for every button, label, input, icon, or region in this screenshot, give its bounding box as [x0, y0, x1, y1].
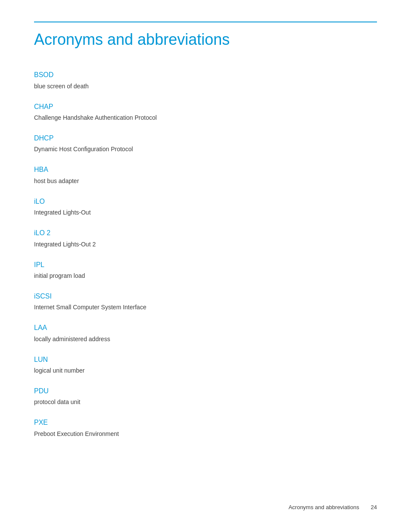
list-item: IPLinitial program load — [34, 260, 377, 280]
acronym-term: iLO — [34, 197, 377, 206]
acronym-term: BSOD — [34, 70, 377, 80]
list-item: LAAlocally administered address — [34, 323, 377, 343]
acronym-term: iSCSI — [34, 292, 377, 301]
list-item: iLOIntegrated Lights-Out — [34, 197, 377, 217]
page-container: Acronyms and abbreviations BSODblue scre… — [0, 0, 411, 532]
acronym-definition: Preboot Execution Environment — [34, 429, 377, 439]
acronym-list: BSODblue screen of deathCHAPChallenge Ha… — [34, 70, 377, 450]
list-item: PXEPreboot Execution Environment — [34, 418, 377, 438]
footer-page-number: 24 — [371, 504, 377, 510]
acronym-term: DHCP — [34, 134, 377, 143]
list-item: iLO 2Integrated Lights-Out 2 — [34, 228, 377, 249]
acronym-definition: locally administered address — [34, 335, 377, 344]
acronym-term: LAA — [34, 323, 377, 333]
acronym-definition: initial program load — [34, 271, 377, 280]
acronym-definition: host bus adapter — [34, 177, 377, 186]
list-item: PDUprotocol data unit — [34, 386, 377, 407]
list-item: CHAPChallenge Handshake Authentication P… — [34, 102, 377, 122]
list-item: HBAhost bus adapter — [34, 165, 377, 185]
acronym-definition: blue screen of death — [34, 82, 377, 91]
list-item: iSCSIInternet Small Computer System Inte… — [34, 292, 377, 312]
acronym-term: PDU — [34, 386, 377, 396]
acronym-term: CHAP — [34, 102, 377, 112]
page-footer: Acronyms and abbreviations 24 — [289, 504, 377, 510]
acronym-term: HBA — [34, 165, 377, 174]
acronym-definition: Integrated Lights-Out — [34, 208, 377, 217]
acronym-term: IPL — [34, 260, 377, 270]
list-item: DHCPDynamic Host Configuration Protocol — [34, 134, 377, 154]
acronym-definition: Integrated Lights-Out 2 — [34, 240, 377, 249]
acronym-definition: Dynamic Host Configuration Protocol — [34, 145, 377, 154]
footer-separator — [363, 504, 367, 510]
list-item: LUNlogical unit number — [34, 355, 377, 375]
footer-label: Acronyms and abbreviations — [289, 504, 359, 510]
acronym-definition: protocol data unit — [34, 398, 377, 407]
list-item: BSODblue screen of death — [34, 70, 377, 90]
acronym-definition: logical unit number — [34, 366, 377, 375]
acronym-term: iLO 2 — [34, 228, 377, 238]
acronym-definition: Challenge Handshake Authentication Proto… — [34, 113, 377, 122]
top-rule — [34, 22, 377, 22]
acronym-term: LUN — [34, 355, 377, 364]
acronym-term: PXE — [34, 418, 377, 427]
acronym-definition: Internet Small Computer System Interface — [34, 303, 377, 312]
page-title: Acronyms and abbreviations — [34, 30, 377, 49]
